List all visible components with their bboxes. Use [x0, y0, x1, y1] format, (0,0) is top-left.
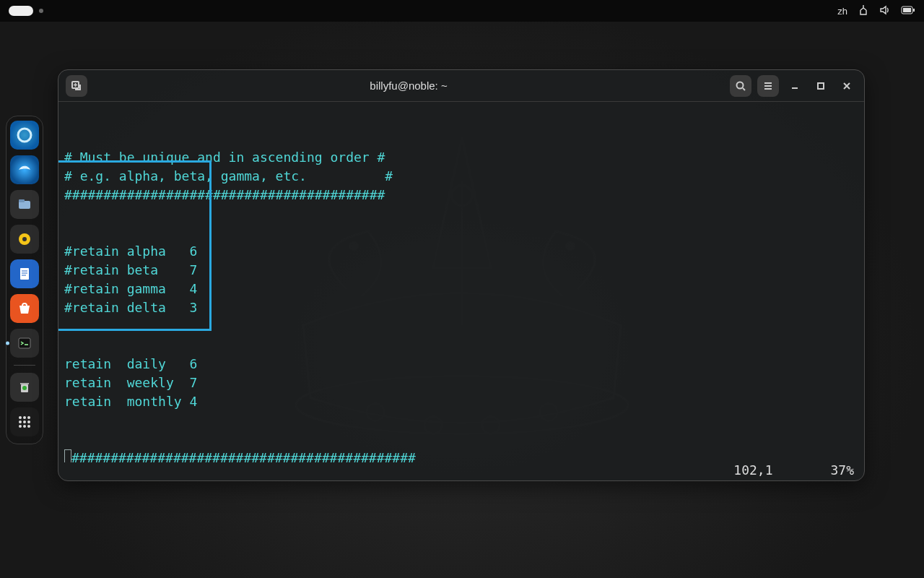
svg-rect-17	[20, 268, 29, 280]
svg-point-26	[23, 416, 26, 419]
volume-icon[interactable]	[879, 4, 891, 18]
network-icon[interactable]	[858, 4, 869, 18]
svg-point-30	[27, 420, 30, 423]
top-bar: zh	[0, 0, 924, 22]
svg-point-24	[22, 386, 27, 390]
term-line: retain weekly 7	[64, 375, 197, 390]
svg-point-16	[22, 237, 27, 241]
svg-point-29	[23, 420, 26, 423]
battery-icon[interactable]	[901, 6, 915, 17]
term-line: retain monthly 4	[64, 394, 197, 409]
dock-separator	[14, 365, 35, 366]
term-line: #retain alpha 6	[64, 243, 197, 259]
svg-point-27	[27, 416, 30, 419]
dock-item-software[interactable]	[10, 294, 39, 323]
svg-point-28	[19, 420, 22, 423]
vim-cursor-position: 102,1	[733, 462, 772, 478]
dock-item-files[interactable]	[10, 190, 39, 219]
svg-point-35	[737, 82, 744, 88]
term-line: # e.g. alpha, beta, gamma, etc. #	[64, 168, 393, 184]
dock-item-show-applications[interactable]	[10, 407, 39, 436]
term-line: #retain gamma 4	[64, 281, 197, 296]
dock-item-thunderbird[interactable]	[10, 155, 39, 184]
term-line: ########################################…	[71, 450, 416, 462]
menu-button[interactable]	[757, 75, 779, 97]
activities-pill[interactable]	[9, 6, 33, 16]
term-line: #retain beta 7	[64, 262, 197, 277]
ime-indicator[interactable]: zh	[837, 6, 847, 17]
svg-point-12	[18, 129, 31, 142]
svg-rect-36	[818, 83, 824, 89]
vim-cursor	[64, 449, 71, 462]
svg-rect-23	[20, 383, 29, 384]
terminal-content[interactable]: # Must be unique and in ascending order …	[58, 102, 864, 462]
workspace-dot	[39, 9, 43, 13]
titlebar: billyfu@noble: ~	[58, 70, 864, 102]
terminal-window: billyfu@noble: ~ # Must be unique and in…	[58, 69, 865, 481]
svg-rect-14	[19, 199, 25, 202]
dock-item-rhythmbox[interactable]	[10, 225, 39, 254]
svg-point-31	[19, 425, 22, 428]
vim-statusline: 102,1 37%	[58, 462, 864, 480]
term-line: # Must be unique and in ascending order …	[64, 150, 385, 165]
new-tab-button[interactable]	[66, 75, 87, 97]
maximize-button[interactable]	[811, 76, 831, 96]
svg-point-32	[23, 425, 26, 428]
svg-point-25	[19, 416, 22, 419]
term-line: #retain delta 3	[64, 300, 197, 315]
dock-item-trash[interactable]	[10, 373, 39, 402]
term-line: ########################################…	[64, 187, 385, 202]
term-line: retain daily 6	[64, 356, 197, 371]
svg-rect-2	[913, 9, 915, 12]
svg-point-33	[27, 425, 30, 428]
window-title: billyfu@noble: ~	[87, 79, 730, 92]
dock-item-terminal[interactable]	[10, 329, 39, 358]
minimize-button[interactable]	[785, 76, 805, 96]
svg-rect-1	[903, 8, 911, 12]
vim-scroll-percent: 37%	[830, 462, 854, 478]
dock-item-edge[interactable]	[10, 121, 39, 150]
search-button[interactable]	[730, 75, 751, 97]
svg-rect-21	[19, 338, 30, 348]
close-button[interactable]	[837, 76, 857, 96]
dock-item-writer[interactable]	[10, 259, 39, 288]
dock	[6, 116, 43, 444]
